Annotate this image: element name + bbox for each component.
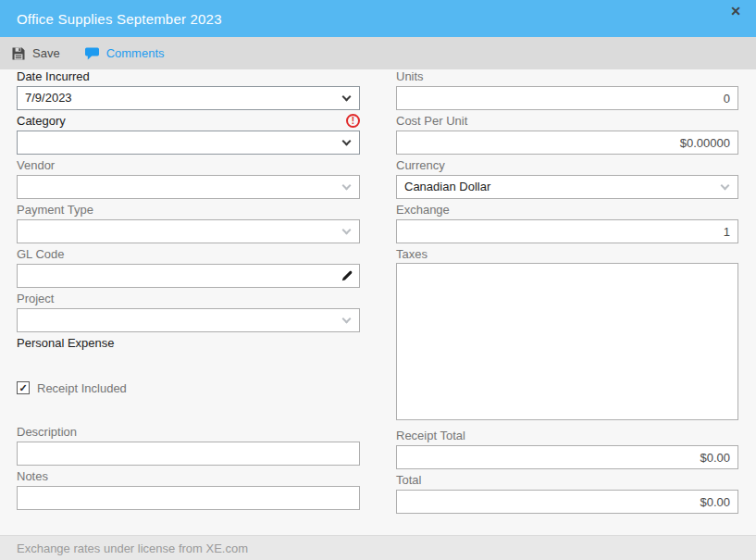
date-incurred-value: 7/9/2023: [25, 91, 72, 105]
chevron-down-icon: [721, 181, 730, 191]
field-notes: Notes: [17, 469, 360, 510]
validation-warning-icon: !: [346, 114, 360, 128]
receipt-total-label: Receipt Total: [396, 429, 738, 442]
description-label: Description: [17, 425, 360, 439]
cost-per-unit-label: Cost Per Unit: [396, 114, 738, 128]
comments-button-label: Comments: [106, 46, 165, 60]
exchange-label: Exchange: [396, 203, 738, 217]
category-select[interactable]: [17, 131, 360, 155]
cost-per-unit-input[interactable]: [396, 131, 738, 155]
field-taxes: Taxes: [396, 247, 738, 429]
chevron-down-icon: [342, 226, 352, 235]
total-label: Total: [396, 473, 738, 487]
dialog-title: Office Supplies September 2023: [17, 11, 222, 27]
field-project: Project: [17, 292, 360, 332]
field-date-incurred: Date Incurred 7/9/2023: [17, 69, 360, 110]
field-description: Description: [17, 425, 360, 466]
receipt-total-input[interactable]: [396, 445, 738, 469]
chevron-down-icon: [342, 137, 352, 146]
field-exchange: Exchange: [396, 203, 738, 243]
date-incurred-select[interactable]: 7/9/2023: [17, 86, 360, 110]
currency-value: Canadian Dollar: [404, 180, 490, 193]
save-button-label: Save: [32, 46, 60, 60]
field-cost-per-unit: Cost Per Unit: [396, 114, 738, 155]
units-label: Units: [396, 69, 738, 83]
currency-select[interactable]: Canadian Dollar: [396, 175, 738, 199]
project-select[interactable]: [17, 308, 360, 332]
exchange-license-text: Exchange rates under license from XE.com: [17, 541, 248, 555]
save-button[interactable]: Save: [11, 46, 60, 61]
field-currency: Currency Canadian Dollar: [396, 158, 738, 199]
form-right-column: Units Cost Per Unit Currency Canadian Do…: [396, 69, 738, 517]
checkbox-check-icon[interactable]: ✓: [17, 381, 30, 394]
exchange-input[interactable]: [396, 219, 738, 243]
close-icon[interactable]: ✕: [726, 2, 745, 20]
payment-type-select[interactable]: [17, 219, 360, 243]
vendor-label: Vendor: [17, 158, 360, 172]
currency-label: Currency: [396, 158, 738, 172]
taxes-textarea[interactable]: [396, 263, 738, 420]
gl-code-input[interactable]: [17, 264, 360, 288]
gl-code-label: GL Code: [17, 247, 360, 261]
taxes-label: Taxes: [396, 247, 738, 261]
receipt-included-label: Receipt Included: [37, 381, 127, 395]
status-bar: Exchange rates under license from XE.com: [0, 535, 756, 560]
chevron-down-icon: [342, 93, 352, 102]
total-input[interactable]: [396, 490, 738, 514]
payment-type-label: Payment Type: [17, 203, 360, 217]
field-payment-type: Payment Type: [17, 203, 360, 243]
comment-bubble-icon: [84, 46, 100, 61]
title-bar: Office Supplies September 2023 ✕: [0, 0, 756, 37]
field-category: Category !: [17, 114, 360, 155]
field-total: Total: [396, 473, 738, 514]
field-vendor: Vendor: [17, 158, 360, 199]
edit-pencil-icon[interactable]: [341, 269, 353, 286]
project-label: Project: [17, 292, 360, 305]
category-label: Category: [17, 114, 360, 128]
comments-button[interactable]: Comments: [84, 46, 165, 61]
field-units: Units: [396, 69, 738, 110]
chevron-down-icon: [342, 315, 352, 324]
save-icon: [11, 46, 26, 61]
receipt-included-checkbox[interactable]: ✓ Receipt Included: [17, 380, 360, 395]
expense-dialog: Office Supplies September 2023 ✕ Save Co…: [0, 0, 756, 560]
units-input[interactable]: [396, 86, 738, 110]
vendor-select[interactable]: [17, 175, 360, 199]
notes-label: Notes: [17, 469, 360, 483]
field-receipt-total: Receipt Total: [396, 429, 738, 469]
form-left-column: Date Incurred 7/9/2023 Category ! Vendor: [17, 69, 360, 514]
date-incurred-label: Date Incurred: [17, 69, 360, 83]
description-input[interactable]: [17, 442, 360, 466]
chevron-down-icon: [342, 181, 352, 191]
toolbar: Save Comments: [0, 37, 756, 69]
notes-input[interactable]: [17, 486, 360, 510]
field-gl-code: GL Code: [17, 247, 360, 288]
personal-expense-label: Personal Expense: [17, 336, 360, 350]
